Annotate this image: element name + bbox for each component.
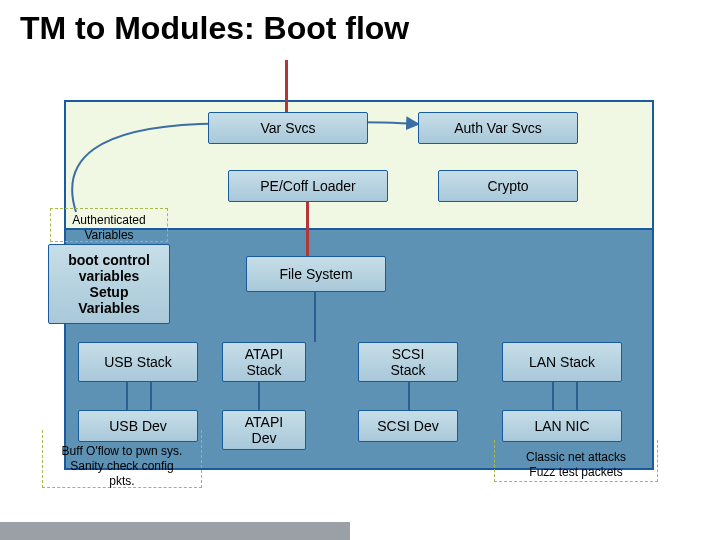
connector-fs-stacks (314, 292, 316, 342)
connector-title-to-var (285, 60, 288, 114)
module-crypto: Crypto (438, 170, 578, 202)
module-file-system: File System (246, 256, 386, 292)
module-lan-nic: LAN NIC (502, 410, 622, 442)
module-atapi-stack: ATAPI Stack (222, 342, 306, 382)
module-usb-stack: USB Stack (78, 342, 198, 382)
module-scsi-stack: SCSI Stack (358, 342, 458, 382)
module-pe-coff-loader: PE/Coff Loader (228, 170, 388, 202)
page-title: TM to Modules: Boot flow (20, 10, 409, 47)
connector-usb-2 (150, 382, 152, 410)
module-scsi-dev: SCSI Dev (358, 410, 458, 442)
connector-usb (126, 382, 128, 410)
annotation-usb-note: Buff O'flow to pwn sys. Sanity check con… (42, 430, 202, 488)
module-var-svcs: Var Svcs (208, 112, 368, 144)
annotation-authenticated-variables: Authenticated Variables (50, 208, 168, 242)
module-boot-control: boot control variables Setup Variables (48, 244, 170, 324)
connector-atapi (258, 382, 260, 410)
connector-lan (552, 382, 554, 410)
module-lan-stack: LAN Stack (502, 342, 622, 382)
footer-bar (0, 522, 350, 540)
module-auth-var-svcs: Auth Var Svcs (418, 112, 578, 144)
module-atapi-dev: ATAPI Dev (222, 410, 306, 450)
connector-pe-to-fs (306, 200, 309, 256)
connector-lan-2 (576, 382, 578, 410)
connector-scsi (408, 382, 410, 410)
annotation-lan-note: Classic net attacks Fuzz test packets (494, 440, 658, 482)
